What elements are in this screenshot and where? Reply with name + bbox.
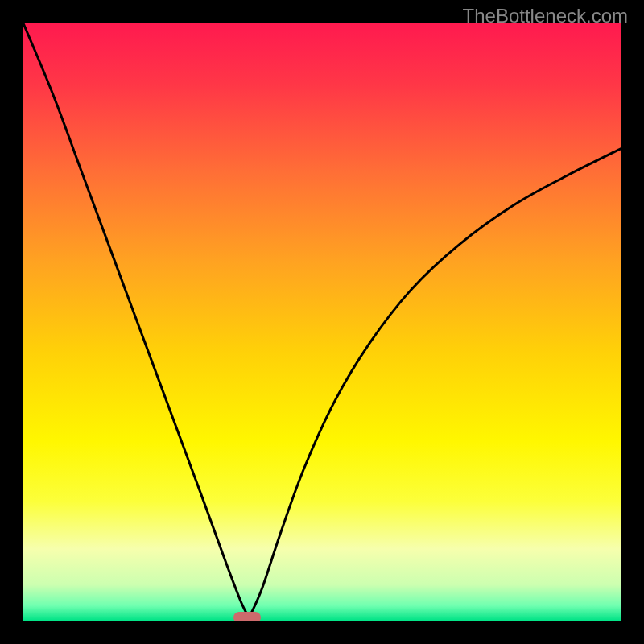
plot-area — [23, 23, 621, 621]
left-branch-curve — [23, 23, 249, 617]
curves-layer — [23, 23, 621, 621]
right-branch-curve — [249, 149, 621, 617]
watermark-text: TheBottleneck.com — [463, 5, 628, 27]
minimum-marker — [233, 612, 261, 621]
